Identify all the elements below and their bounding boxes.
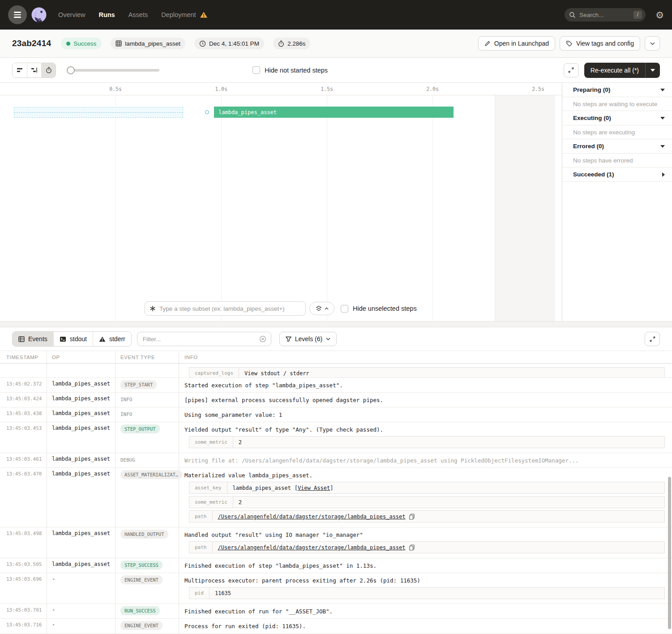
sidebar-section-header[interactable]: Errored (0): [562, 139, 672, 154]
log-table-row[interactable]: 13:45:03.438lambda_pipes_assetINFOUsing …: [0, 407, 672, 422]
log-table-row[interactable]: 13:45:03.461lambda_pipes_assetDEBUGWriti…: [0, 453, 672, 468]
step-subset-input[interactable]: [159, 305, 301, 312]
stopwatch-icon: [278, 40, 284, 47]
dagster-logo-icon[interactable]: [30, 6, 47, 23]
hide-not-started-checkbox-row[interactable]: Hide not started steps: [253, 66, 328, 74]
gantt-step-bar[interactable]: lambda_pipes_asset: [214, 107, 454, 118]
levels-dropdown-button[interactable]: Levels (6): [279, 332, 337, 346]
run-header-more-button[interactable]: [645, 36, 660, 51]
gantt-section: 0.5s1.0s1.5s2.0s2.5s lambda_pipes_asset: [0, 83, 672, 321]
top-nav: Overview Runs Assets Deployment Search..…: [0, 0, 672, 30]
hamburger-menu-button[interactable]: [8, 5, 27, 24]
metadata-text: 2: [239, 439, 242, 446]
asset-tag[interactable]: lambda_pipes_asset: [111, 38, 185, 49]
layers-icon: [316, 305, 322, 312]
timeline-tick-label: 2.5s: [532, 86, 544, 92]
log-table-row[interactable]: 13:45:03.701-RUN_SUCCESSFinished executi…: [0, 604, 672, 619]
zoom-slider-track[interactable]: [67, 69, 159, 72]
expand-icon: [649, 336, 656, 343]
sidebar-section-header[interactable]: Executing (0): [562, 111, 672, 125]
nav-item-deployment[interactable]: Deployment: [161, 11, 207, 18]
sidebar-section-header[interactable]: Succeeded (1): [562, 167, 672, 182]
re-execute-all-button[interactable]: Re-execute all (*): [584, 67, 645, 74]
sidebar-section-header[interactable]: Preparing (0): [562, 83, 672, 97]
copy-icon[interactable]: [409, 544, 415, 551]
log-timestamp: 13:45:03.470: [0, 468, 47, 527]
log-table-row[interactable]: 13:45:03.453lambda_pipes_assetSTEP_OUTPU…: [0, 422, 672, 453]
event-type-badge: STEP_SUCCESS: [120, 561, 163, 570]
log-fullscreen-button[interactable]: [645, 332, 660, 346]
copy-button[interactable]: [409, 544, 415, 551]
log-tabs: Events stdout stderr: [12, 331, 132, 347]
timed-view-button[interactable]: [41, 63, 56, 77]
open-in-launchpad-button[interactable]: Open in Launchpad: [478, 36, 555, 51]
log-table-row[interactable]: 13:45:03.424lambda_pipes_assetINFO[pipes…: [0, 393, 672, 407]
log-table-header: TIMESTAMP OP EVENT TYPE INFO: [0, 351, 672, 364]
step-query-apply-button[interactable]: [309, 302, 334, 315]
log-info: Handled output "result" using IO manager…: [179, 527, 672, 558]
nav-item-overview[interactable]: Overview: [58, 11, 85, 18]
tab-events[interactable]: Events: [13, 332, 53, 346]
copy-button[interactable]: [409, 514, 415, 520]
timeline-tick-label: 0.5s: [109, 86, 122, 92]
scrollbar-thumb[interactable]: [668, 477, 671, 629]
metadata-path-link[interactable]: /Users/alangenfeld/data/dagster/storage/…: [218, 514, 406, 520]
zoom-slider-handle[interactable]: [67, 66, 75, 74]
caret-down-icon[interactable]: [660, 117, 665, 120]
log-table-row[interactable]: 13:45:03.498lambda_pipes_assetHANDLED_OU…: [0, 527, 672, 558]
tab-stderr[interactable]: stderr: [93, 332, 131, 346]
sidebar-section-title: Preparing (0): [573, 86, 610, 93]
log-timestamp: 13:45:02.372: [0, 378, 47, 392]
flat-view-button[interactable]: [13, 63, 27, 77]
timeline-tick-label: 1.5s: [321, 86, 333, 92]
log-filter-input[interactable]: [143, 336, 256, 343]
hide-unselected-checkbox-row[interactable]: Hide unselected steps: [341, 305, 417, 313]
column-header-timestamp[interactable]: TIMESTAMP: [0, 351, 47, 363]
log-table-row[interactable]: captured_logsView stdout / stderr: [0, 364, 672, 378]
metadata-value: lambda_pipes_asset[View Asset]: [227, 482, 664, 493]
log-table-row[interactable]: 13:45:03.470lambda_pipes_assetASSET_MATE…: [0, 468, 672, 527]
gantt-dependency-dot-icon: [205, 110, 209, 114]
zoom-slider[interactable]: [67, 66, 159, 74]
timeline-gridline: [432, 95, 433, 321]
metadata-table: pid11635: [189, 587, 665, 599]
gantt-fullscreen-button[interactable]: [564, 63, 579, 77]
log-event-type: INFO: [116, 407, 179, 422]
sidebar-section-message: No steps are waiting to execute: [562, 97, 672, 111]
caret-down-icon[interactable]: [660, 145, 665, 148]
clear-filter-icon[interactable]: [259, 335, 266, 343]
hide-unselected-checkbox[interactable]: [341, 305, 348, 313]
log-table-row[interactable]: 13:45:03.716-ENGINE_EVENTProcess for run…: [0, 619, 672, 634]
log-op: lambda_pipes_asset: [47, 468, 116, 527]
panel-divider[interactable]: [0, 321, 672, 327]
log-timestamp: 13:45:03.505: [0, 558, 47, 573]
column-header-op[interactable]: OP: [47, 351, 116, 363]
caret-down-icon[interactable]: [660, 89, 665, 91]
copy-icon[interactable]: [409, 514, 415, 520]
waterfall-view-button[interactable]: [27, 63, 41, 77]
log-table-row[interactable]: 13:45:03.696-ENGINE_EVENTMultiprocess ex…: [0, 573, 672, 604]
hide-not-started-checkbox[interactable]: [253, 66, 260, 74]
caret-right-icon[interactable]: [662, 172, 665, 177]
search-input[interactable]: Search... /: [565, 8, 646, 21]
metadata-key: some_metric: [189, 497, 233, 508]
chevron-up-icon: [325, 307, 329, 310]
log-table-row[interactable]: 13:45:02.372lambda_pipes_assetSTEP_START…: [0, 378, 672, 393]
metadata-table: some_metric2: [189, 496, 665, 508]
tab-stdout[interactable]: stdout: [53, 332, 93, 346]
event-type-badge: ASSET_MATERIALIZAT…: [120, 470, 182, 479]
gear-icon[interactable]: ⚙: [655, 10, 664, 20]
search-shortcut-key: /: [633, 11, 642, 19]
metadata-key: path: [189, 511, 213, 522]
re-execute-options-button[interactable]: [646, 69, 660, 72]
nav-item-assets[interactable]: Assets: [128, 11, 148, 18]
log-table-row[interactable]: 13:45:03.505lambda_pipes_assetSTEP_SUCCE…: [0, 558, 672, 573]
view-tags-config-button[interactable]: View tags and config: [560, 36, 640, 51]
nav-item-runs[interactable]: Runs: [98, 11, 115, 18]
log-timestamp: 13:45:03.696: [0, 573, 47, 604]
view-asset-link[interactable]: View Asset: [298, 485, 330, 491]
log-event-type: STEP_START: [116, 378, 179, 392]
column-header-event-type[interactable]: EVENT TYPE: [116, 351, 179, 363]
metadata-path-link[interactable]: /Users/alangenfeld/data/dagster/storage/…: [218, 544, 406, 551]
event-type-label: INFO: [120, 411, 133, 417]
